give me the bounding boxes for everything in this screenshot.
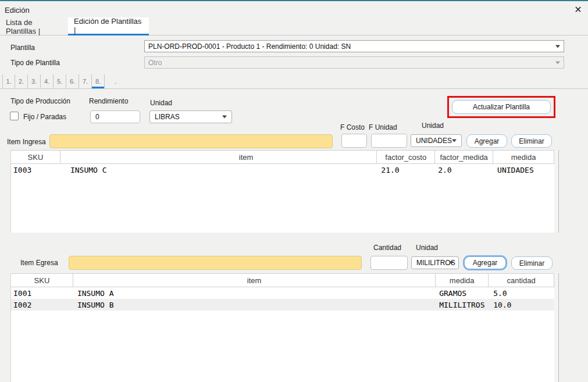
plantilla-label: Plantilla [10, 44, 35, 52]
table-cell: INSUMO B [73, 301, 436, 309]
rendimiento-input[interactable]: 0 [90, 110, 140, 123]
table-cell: 2.0 [435, 166, 493, 174]
column-header[interactable]: item [60, 151, 377, 163]
tab-edicion-de-plantillas[interactable]: Edición de Plantillas | [68, 17, 149, 35]
window-title: Edición [5, 6, 30, 15]
unidad-label: Unidad [150, 99, 172, 107]
close-icon[interactable]: ✕ [572, 4, 584, 16]
table-row[interactable]: I002INSUMO BMILILITROS10.0 [11, 299, 554, 310]
column-header-label: SKU [34, 276, 50, 285]
column-header-label: cantidad [507, 276, 535, 285]
plantilla-combobox-value: PLN-ORD-PROD-0001 - Producto 1 - Rendimi… [148, 42, 351, 51]
table-cell: MILILITROS [436, 301, 489, 309]
column-header[interactable]: medida [493, 151, 554, 163]
table-cell: I003 [11, 166, 60, 174]
item-egresa-label: Item Egresa [20, 259, 58, 267]
actualizar-plantilla-button[interactable]: Actualizar Plantilla [452, 100, 551, 114]
subtab-5dot[interactable]: 5. [54, 74, 66, 88]
tipo-plantilla-combobox: Otro [144, 56, 564, 69]
eliminar-ingresa-button[interactable]: Eliminar [511, 134, 552, 148]
item-ingresa-label: Item Ingresa [7, 138, 46, 146]
table-cell: INSUMO A [73, 289, 436, 298]
f-unidad-label: F Unidad [369, 123, 397, 131]
agregar-egresa-button[interactable]: Agregar [463, 255, 507, 270]
column-header-label: item [239, 153, 254, 162]
egresa-table: SKUitemmedidacantidadI001INSUMO AGRAMOS5… [10, 273, 554, 382]
table-header-row: SKUitemmedidacantidad [11, 273, 554, 287]
unidad-ingresa-dropdown-value: UNIDADES [416, 137, 452, 145]
table-cell: I002 [11, 301, 73, 309]
tipo-plantilla-label: Tipo de Plantilla [10, 59, 60, 67]
tipo-produccion-label: Tipo de Producción [10, 97, 70, 105]
subtab-1dot[interactable]: 1. [2, 74, 15, 88]
section-divider [0, 88, 588, 89]
subtab-7dot[interactable]: 7. [79, 74, 92, 88]
fijo-paradas-label: Fijo / Paradas [23, 113, 66, 121]
column-header[interactable]: factor_medida [435, 151, 493, 163]
tipo-plantilla-combobox-value: Otro [148, 59, 162, 67]
table-cell: INSUMO C [60, 166, 377, 174]
table-cell: I001 [11, 289, 73, 298]
fijo-paradas-checkbox[interactable] [10, 112, 19, 120]
table-cell: UNIDADES [493, 166, 554, 174]
unidad-ingresa-label: Unidad [422, 122, 444, 130]
ingresa-table: SKUitemfactor_costofactor_medidamedidaI0… [10, 150, 554, 233]
unidad-egresa-dropdown[interactable]: MILILITROS [411, 256, 459, 269]
cantidad-label: Cantidad [373, 244, 401, 252]
table-cell: 10.0 [489, 301, 554, 309]
chevron-down-icon [222, 116, 227, 119]
unidad-dropdown-value: LIBRAS [155, 113, 180, 121]
chevron-down-icon [449, 262, 454, 265]
cantidad-input[interactable] [370, 256, 408, 270]
subtab-8dot[interactable]: 8. [92, 74, 105, 88]
title-bar [0, 1, 588, 17]
column-header-label: medida [450, 276, 475, 285]
table-row[interactable]: I001INSUMO AGRAMOS5.0 [11, 287, 554, 299]
column-header[interactable]: medida [436, 274, 489, 287]
chevron-down-icon [452, 140, 457, 142]
f-costo-label: F Costo [340, 123, 365, 131]
unidad-egresa-label: Unidad [416, 244, 438, 252]
column-header[interactable]: SKU [11, 274, 73, 287]
column-header[interactable]: SKU [11, 151, 60, 163]
table-cell: GRAMOS [436, 289, 489, 298]
item-ingresa-input[interactable] [49, 134, 333, 148]
column-header-label: item [247, 276, 262, 285]
rendimiento-label: Rendimiento [89, 97, 128, 105]
unidad-ingresa-dropdown[interactable]: UNIDADES [411, 134, 462, 147]
column-header[interactable]: item [73, 274, 436, 287]
chevron-down-icon [555, 45, 560, 48]
table-cell: 5.0 [489, 289, 554, 298]
egresa-table-gutter [554, 273, 559, 382]
tab-bar: Lista de Plantillas | Edición de Plantil… [0, 17, 588, 35]
table-row[interactable]: I003INSUMO C21.02.0UNIDADES [11, 164, 554, 176]
item-egresa-input[interactable] [69, 256, 362, 270]
eliminar-egresa-button[interactable]: Eliminar [511, 256, 553, 270]
column-header-label: factor_medida [440, 153, 487, 162]
column-header[interactable]: cantidad [489, 274, 554, 287]
table-cell: 21.0 [377, 166, 435, 174]
subtab-3dot[interactable]: 3. [28, 74, 41, 88]
agregar-ingresa-button[interactable]: Agregar [466, 134, 507, 148]
table-header-row: SKUitemfactor_costofactor_medidamedida [11, 150, 554, 164]
column-header-label: medida [511, 153, 536, 162]
f-costo-input[interactable] [341, 134, 367, 148]
column-header[interactable]: factor_costo [377, 151, 435, 163]
subtab-6dot[interactable]: 6. [66, 74, 79, 88]
tab-lista-de-plantillas[interactable]: Lista de Plantillas | [0, 17, 68, 35]
column-header-label: SKU [28, 153, 44, 162]
subtab-4dot[interactable]: 4. [41, 74, 54, 88]
chevron-down-icon [555, 61, 560, 64]
unidad-dropdown[interactable]: LIBRAS [149, 110, 232, 123]
subtab-bar: 1.2.3.4.5.6.7.8.. [2, 74, 117, 88]
f-unidad-input[interactable] [371, 134, 407, 148]
ingresa-table-gutter [554, 150, 559, 233]
plantilla-combobox[interactable]: PLN-ORD-PROD-0001 - Producto 1 - Rendimi… [144, 40, 564, 52]
subtab-dot[interactable]: . [105, 74, 117, 88]
column-header-label: factor_costo [385, 153, 426, 162]
subtab-2dot[interactable]: 2. [15, 74, 28, 88]
